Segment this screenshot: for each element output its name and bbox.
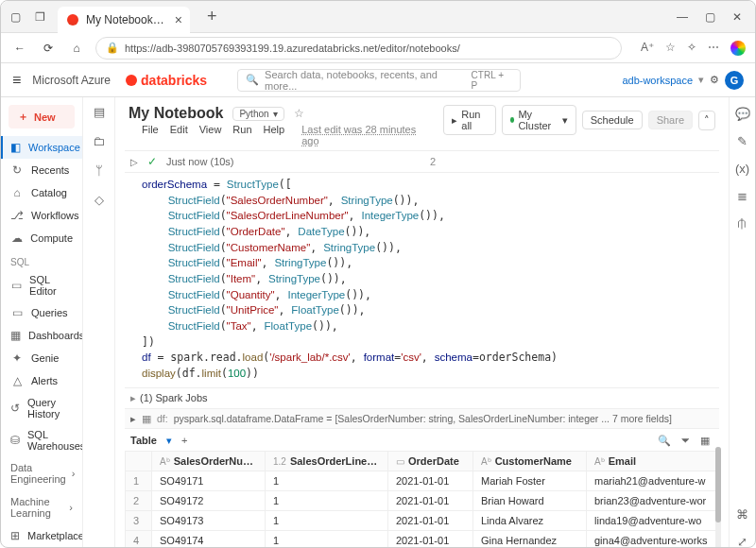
new-tab-button[interactable]: +: [207, 7, 217, 26]
play-icon[interactable]: ▷: [130, 157, 138, 167]
search-icon: 🔍: [246, 74, 259, 86]
sidebar-item-catalog[interactable]: ⌂Catalog: [1, 181, 82, 204]
notebook-icon[interactable]: ▤: [94, 105, 105, 119]
collections-icon[interactable]: ✧: [687, 41, 696, 56]
sidebar-item-genie[interactable]: ✦Genie: [1, 347, 82, 369]
filter-icon[interactable]: ⏷: [680, 435, 691, 447]
folder-icon[interactable]: 🗀: [93, 134, 105, 148]
schedule-button[interactable]: Schedule: [582, 111, 643, 129]
url-text: https://adb-3980705769393199.19.azuredat…: [125, 43, 460, 54]
search-placeholder: Search data, notebooks, recents, and mor…: [265, 69, 472, 92]
reader-icon[interactable]: A⁺: [641, 41, 654, 56]
run-all-button[interactable]: ▸ Run all: [443, 105, 495, 135]
back-button[interactable]: ←: [10, 39, 29, 58]
chart-icon[interactable]: ⫛: [736, 216, 748, 231]
global-search[interactable]: 🔍 Search data, notebooks, recents, and m…: [237, 69, 521, 92]
sidebar-item-alerts[interactable]: △Alerts: [1, 369, 82, 392]
sidebar-item-marketplace[interactable]: ⊞Marketplace: [1, 524, 82, 547]
sidebar-icon: △: [10, 374, 24, 387]
browser-tab[interactable]: My Notebook - Databricks ×: [58, 7, 190, 33]
check-icon: ✓: [147, 155, 157, 168]
table-row[interactable]: 2SO4917212021-01-01Brian Howardbrian23@a…: [126, 490, 719, 510]
sidebar-item-sql-warehouses[interactable]: ⛁SQL Warehouses: [1, 424, 82, 456]
sidebar-item-dashboards[interactable]: ▦Dashboards: [1, 324, 82, 347]
col-Email[interactable]: AᵇEmail: [587, 451, 719, 471]
diamond-icon[interactable]: ◇: [94, 193, 104, 207]
address-bar[interactable]: 🔒 https://adb-3980705769393199.19.azured…: [95, 37, 622, 60]
vertical-scrollbar[interactable]: [715, 447, 721, 548]
sidebar-icon: ▭: [10, 306, 24, 319]
col-OrderDate[interactable]: ▭OrderDate: [388, 451, 473, 471]
menu-file[interactable]: File: [142, 124, 159, 146]
language-selector[interactable]: Python ▾: [232, 107, 284, 121]
chat-icon[interactable]: 💬: [735, 107, 750, 121]
databricks-brand[interactable]: databricks: [126, 73, 207, 88]
table-row[interactable]: 4SO4917412021-01-01Gina Hernandezgina4@a…: [126, 530, 719, 548]
user-avatar[interactable]: G: [725, 71, 744, 90]
notebook-icon-rail: ▤ 🗀 ᛘ ◇: [83, 97, 115, 548]
variables-icon[interactable]: (x): [735, 162, 749, 176]
scrollbar-thumb[interactable]: [715, 447, 721, 522]
menu-run[interactable]: Run: [232, 124, 251, 146]
last-edit[interactable]: Last edit was 28 minutes ago: [301, 124, 417, 146]
data-engineering-section[interactable]: Data Engineering›: [1, 456, 82, 490]
table-row[interactable]: 3SO4917312021-01-01Linda Alvarezlinda19@…: [126, 510, 719, 530]
minimize-button[interactable]: —: [677, 10, 688, 24]
table-row[interactable]: 1SO4917112021-01-01Mariah Fostermariah21…: [126, 471, 719, 490]
refresh-button[interactable]: ⟳: [39, 39, 58, 58]
sidebar-icon: ▭: [10, 279, 22, 292]
col-CustomerName[interactable]: AᵇCustomerName: [473, 451, 587, 471]
home-button[interactable]: ⌂: [67, 39, 86, 58]
maximize-button[interactable]: ▢: [705, 10, 715, 24]
expand-icon[interactable]: ⤢: [737, 535, 747, 548]
search-table-icon[interactable]: 🔍: [658, 435, 671, 447]
sidebar-item-sql-editor[interactable]: ▭SQL Editor: [1, 269, 82, 301]
close-window-button[interactable]: ✕: [732, 10, 742, 24]
new-button[interactable]: ＋New: [9, 105, 75, 128]
share-button[interactable]: Share: [648, 111, 693, 129]
search-kbd: CTRL + P: [472, 70, 512, 91]
sidebar-item-recents[interactable]: ↻Recents: [1, 159, 82, 181]
assistant-icon[interactable]: ✎: [737, 134, 747, 148]
cluster-selector[interactable]: My Cluster ▾: [502, 105, 576, 135]
sidebar-item-compute[interactable]: ☁Compute: [1, 227, 82, 249]
copilot-icon[interactable]: [730, 41, 746, 56]
sidebar-icon: ⌂: [10, 186, 24, 199]
favorite-icon[interactable]: ☆: [665, 41, 676, 56]
menu-edit[interactable]: Edit: [170, 124, 188, 146]
tabs-icon[interactable]: ❐: [33, 10, 46, 24]
add-visualization[interactable]: +: [181, 435, 187, 446]
notebook-title[interactable]: My Notebook: [129, 105, 223, 122]
table-tab[interactable]: Table: [130, 435, 157, 446]
tab-title: My Notebook - Databricks: [86, 13, 167, 26]
settings-icon[interactable]: ⚙: [710, 74, 719, 86]
collapse-button[interactable]: ˄: [698, 111, 715, 130]
spark-jobs-row[interactable]: ▸(1) Spark Jobs: [125, 387, 719, 408]
sidebar-item-query-history[interactable]: ↺Query History: [1, 392, 82, 424]
sidebar-icon: ◧: [10, 141, 21, 154]
dataframe-info[interactable]: ▸▦ df:pyspark.sql.dataframe.DataFrame = …: [125, 408, 719, 428]
close-tab-icon[interactable]: ×: [175, 12, 182, 27]
star-icon[interactable]: ☆: [294, 107, 304, 120]
sidebar-item-workspace[interactable]: ◧Workspace: [1, 136, 82, 159]
keyboard-icon[interactable]: ⌘: [736, 507, 748, 522]
branch-icon[interactable]: ᛘ: [95, 163, 103, 178]
col-SalesOrderLineNumber[interactable]: 1.2SalesOrderLineNumber: [266, 451, 388, 471]
settings-table-icon[interactable]: ▦: [700, 435, 710, 447]
workspace-switcher[interactable]: adb-workspace: [622, 75, 693, 86]
machine-learning-section[interactable]: Machine Learning›: [1, 490, 82, 524]
profile-icon[interactable]: ▢: [9, 10, 22, 24]
menu-icon[interactable]: ⋯: [708, 41, 719, 56]
hamburger-menu[interactable]: ≡: [12, 72, 21, 89]
menu-view[interactable]: View: [199, 124, 222, 146]
sidebar-item-queries[interactable]: ▭Queries: [1, 301, 82, 324]
sidebar-item-workflows[interactable]: ⎇Workflows: [1, 204, 82, 227]
history-icon[interactable]: ≣: [737, 189, 747, 203]
lock-icon: 🔒: [106, 42, 119, 54]
col-SalesOrderNumber[interactable]: AᵇSalesOrderNumber: [152, 451, 266, 471]
cell-number: 2: [430, 156, 719, 167]
code-cell[interactable]: orderSchema = StructType([ StructField("…: [125, 173, 719, 387]
plus-icon: ＋: [18, 110, 28, 124]
chevron-down-icon[interactable]: ▾: [166, 435, 172, 447]
menu-help[interactable]: Help: [264, 124, 285, 146]
